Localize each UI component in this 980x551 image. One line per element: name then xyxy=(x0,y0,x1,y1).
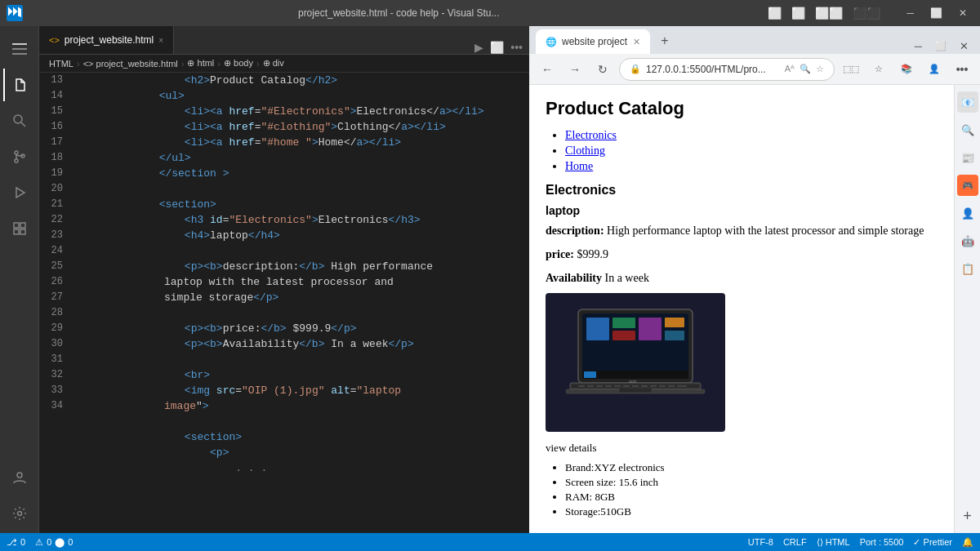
code-line-25: <p><b>description:</b> High performance … xyxy=(82,259,529,305)
run-icon[interactable]: ▶ xyxy=(474,41,483,54)
browser-maximize-btn[interactable]: ⬜ xyxy=(930,41,951,51)
svg-point-14 xyxy=(17,512,21,516)
line-num-15: 15 xyxy=(39,104,69,119)
tab-close-icon[interactable]: × xyxy=(158,36,163,45)
web-description-para: description: High performance laptop wit… xyxy=(546,222,938,239)
browser-new-tab-btn[interactable]: + xyxy=(653,29,676,52)
breadcrumb-file[interactable]: <> project_website.html xyxy=(83,59,178,69)
layout-grid-icon[interactable]: ⬛⬛ xyxy=(853,7,880,20)
browser-toolbar: ← → ↻ 🔒 127.0.0.1:5500/HTML/pro... Aᴬ 🔍 … xyxy=(529,54,980,85)
edge-sidebar-icon-7[interactable]: 📋 xyxy=(957,258,978,279)
editor-area: <> project_website.html × ▶ ⬜ ••• HTML ›… xyxy=(39,26,529,533)
activity-icon-debug[interactable] xyxy=(3,176,36,209)
breadcrumb-html-node[interactable]: ⊕ html xyxy=(187,58,214,69)
activity-icon-account[interactable] xyxy=(3,461,36,494)
edge-sidebar-icon-5[interactable]: 👤 xyxy=(957,202,978,224)
code-line-32 xyxy=(82,414,529,429)
code-line-29 xyxy=(82,352,529,367)
split-editor-icon[interactable]: ⬜ xyxy=(490,41,504,54)
web-nav-item-electronics[interactable]: Electronics xyxy=(565,129,938,142)
svg-rect-12 xyxy=(20,229,25,234)
code-content[interactable]: <h2>Product Catalog</h2> <ul> <li><a hre… xyxy=(76,73,529,533)
svg-rect-33 xyxy=(614,385,621,387)
browser-tab-active[interactable]: 🌐 website project ✕ xyxy=(536,29,650,54)
layout-single-icon[interactable]: ⬜ xyxy=(791,7,805,20)
edge-sidebar-icon-3[interactable]: 📰 xyxy=(957,147,978,168)
browser-close-btn[interactable]: ✕ xyxy=(955,40,973,52)
info-icon: ⬤ xyxy=(55,537,65,548)
browser-address-bar[interactable]: 🔒 127.0.0.1:5500/HTML/pro... Aᴬ 🔍 ☆ xyxy=(619,58,835,81)
line-num-29: 29 xyxy=(39,321,69,336)
status-prettier[interactable]: ✓ Prettier xyxy=(913,537,952,548)
line-num-26: 26 xyxy=(39,274,69,290)
activity-icon-git[interactable] xyxy=(3,140,36,173)
breadcrumb-html[interactable]: HTML xyxy=(49,59,74,69)
activity-icon-settings[interactable] xyxy=(3,497,36,530)
status-branch[interactable]: ⎇ 0 xyxy=(7,537,25,548)
minimize-btn[interactable]: ─ xyxy=(900,7,920,19)
browser-collections-btn[interactable]: 📚 xyxy=(895,58,918,81)
browser-minimize-btn[interactable]: ─ xyxy=(910,40,927,52)
breadcrumb-body-node[interactable]: ⊕ body xyxy=(224,58,253,69)
status-bell[interactable]: 🔔 xyxy=(962,537,973,548)
activity-icon-menu[interactable] xyxy=(3,33,36,65)
web-nav-item-home[interactable]: Home xyxy=(565,160,938,173)
vscode-logo xyxy=(7,5,23,21)
layout-split-icon[interactable]: ⬜⬜ xyxy=(815,7,843,20)
tab-actions: ▶ ⬜ ••• xyxy=(474,41,529,54)
back-btn[interactable]: ← xyxy=(536,58,559,81)
web-nav-link-clothing[interactable]: Clothing xyxy=(565,144,605,157)
web-availability-para: Availability In a week xyxy=(546,269,938,287)
maximize-btn[interactable]: ⬜ xyxy=(924,7,949,19)
web-nav-item-clothing[interactable]: Clothing xyxy=(565,144,938,158)
forward-btn[interactable]: → xyxy=(564,58,586,81)
more-actions-icon[interactable]: ••• xyxy=(510,41,523,54)
reload-btn[interactable]: ↻ xyxy=(591,58,614,81)
active-tab[interactable]: <> project_website.html × xyxy=(39,26,174,54)
code-line-33: <section> xyxy=(82,429,529,445)
web-content: Product Catalog Electronics Clothing Hom… xyxy=(529,85,954,533)
web-price-para: price: $999.9 xyxy=(546,246,938,263)
activity-icon-extensions[interactable] xyxy=(3,212,36,245)
web-price-value: $999.9 xyxy=(577,248,608,260)
web-view-details[interactable]: view details xyxy=(546,442,938,455)
status-encoding[interactable]: UTF-8 xyxy=(748,537,773,547)
edge-sidebar-icon-2[interactable]: 🔍 xyxy=(957,119,978,140)
web-nav-link-home[interactable]: Home xyxy=(565,160,593,172)
edge-sidebar-icon-4[interactable]: 🎮 xyxy=(957,175,978,196)
reader-mode-icon[interactable]: Aᴬ xyxy=(785,64,795,74)
line-num-21: 21 xyxy=(39,197,69,212)
edge-sidebar-icon-6[interactable]: 🤖 xyxy=(957,230,978,251)
status-language[interactable]: ⟨⟩ HTML xyxy=(817,537,850,548)
browser-extensions-btn[interactable]: ⬚⬚ xyxy=(840,58,862,81)
language-icon: ⟨⟩ xyxy=(817,537,823,547)
svg-rect-22 xyxy=(612,331,635,340)
layout-toggle-icon[interactable]: ⬜ xyxy=(768,7,782,20)
svg-rect-0 xyxy=(12,43,27,45)
status-line-ending[interactable]: CRLF xyxy=(783,537,807,547)
code-editor[interactable]: 13 14 15 16 17 18 19 20 21 22 23 24 25 2… xyxy=(39,73,529,533)
browser-profile-btn[interactable]: 👤 xyxy=(923,58,946,81)
star-icon[interactable]: ☆ xyxy=(816,64,824,74)
svg-rect-31 xyxy=(596,385,603,387)
status-right: UTF-8 CRLF ⟨⟩ HTML Port : 5500 ✓ Prettie… xyxy=(748,537,973,548)
browser-more-btn[interactable]: ••• xyxy=(951,58,973,81)
line-num-20: 20 xyxy=(39,181,69,197)
status-errors[interactable]: ⚠ 0 ⬤ 0 xyxy=(35,537,73,548)
search-browser-icon[interactable]: 🔍 xyxy=(800,64,811,74)
edge-sidebar-icon-1[interactable]: 📧 xyxy=(957,91,978,113)
web-nav-link-electronics[interactable]: Electronics xyxy=(565,129,617,141)
breadcrumb-div-node[interactable]: ⊕ div xyxy=(263,58,284,69)
browser-tab-close-icon[interactable]: ✕ xyxy=(633,37,640,47)
info-count: 0 xyxy=(68,537,73,547)
status-port[interactable]: Port : 5500 xyxy=(860,537,904,547)
web-description-text: High performance laptop with the latest … xyxy=(607,224,924,237)
browser-favorites-btn[interactable]: ☆ xyxy=(867,58,890,81)
line-num-25: 25 xyxy=(39,259,69,274)
activity-icon-search[interactable] xyxy=(3,104,36,137)
activity-icon-explorer[interactable] xyxy=(3,69,36,101)
close-btn[interactable]: ✕ xyxy=(952,7,973,19)
web-nav-list: Electronics Clothing Home xyxy=(546,129,938,173)
svg-rect-25 xyxy=(665,331,684,340)
edge-sidebar-add-icon[interactable]: + xyxy=(957,505,978,527)
